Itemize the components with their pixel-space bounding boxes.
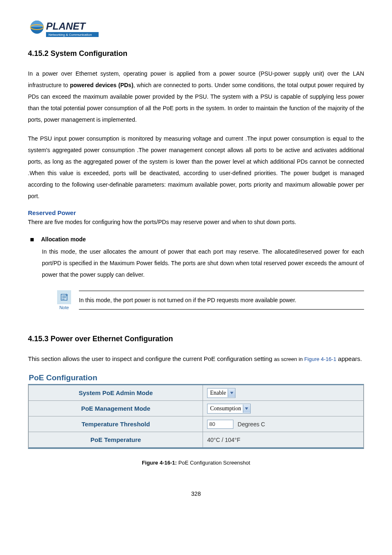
label-temp-threshold: Temperature Threshold <box>29 416 203 432</box>
note-icon: Note <box>54 290 74 310</box>
intro-small: as screen in <box>274 356 304 362</box>
heading-system-config: 4.15.2 System Configuration <box>28 49 364 58</box>
note-label: Note <box>54 305 74 310</box>
row-temp-threshold: Temperature Threshold 80 Degrees C <box>29 416 363 432</box>
figure-caption: Figure 4-16-1: PoE Configuration Screens… <box>28 460 364 466</box>
intro-b: appears. <box>338 355 362 362</box>
bullet-allocation: Allocation mode <box>28 236 364 243</box>
figure-link[interactable]: Figure 4-16-1 <box>304 356 336 362</box>
para-1: In a power over Ethernet system, operati… <box>28 68 364 125</box>
poe-config-table: System PoE Admin Mode Enable PoE Managem… <box>28 384 364 449</box>
chevron-down-icon <box>243 405 250 413</box>
intro-a: This section allows the user to inspect … <box>28 355 274 362</box>
label-poe-temp: PoE Temperature <box>29 432 203 447</box>
select-admin-mode-value: Enable <box>210 390 228 396</box>
bullet-icon <box>30 238 34 241</box>
reserved-line: There are five modes for configuring how… <box>28 219 364 225</box>
brand-logo: PLANET Networking & Communication <box>28 16 364 41</box>
select-mgmt-mode-value: Consumption <box>210 405 242 412</box>
para-2: The PSU input power consumption is monit… <box>28 133 364 202</box>
para1-bold: powered devices (PDs) <box>70 82 133 88</box>
bullet-body: In this mode, the user allocates the amo… <box>42 246 364 280</box>
subhead-reserved-power: Reserved Power <box>28 209 364 216</box>
select-mgmt-mode[interactable]: Consumption <box>207 404 250 414</box>
panel-title: PoE Configuration <box>28 373 364 382</box>
label-mgmt-mode: PoE Management Mode <box>29 401 203 416</box>
row-mgmt-mode: PoE Management Mode Consumption <box>29 400 363 416</box>
note-text: In this mode, the port power is not turn… <box>79 291 364 309</box>
bullet-title: Allocation mode <box>41 236 86 243</box>
heading-poe-config: 4.15.3 Power over Ethernet Configuration <box>28 335 364 343</box>
poe-intro: This section allows the user to inspect … <box>28 353 364 364</box>
note-block: Note In this mode, the port power is not… <box>54 290 364 310</box>
page-number: 328 <box>28 490 364 497</box>
row-poe-temp: PoE Temperature 40°C / 104°F <box>29 432 363 447</box>
input-temp-threshold[interactable]: 80 <box>207 420 233 429</box>
label-admin-mode: System PoE Admin Mode <box>29 385 203 400</box>
row-admin-mode: System PoE Admin Mode Enable <box>29 385 363 400</box>
svg-text:PLANET: PLANET <box>46 21 86 32</box>
select-admin-mode[interactable]: Enable <box>207 388 235 398</box>
chevron-down-icon <box>228 389 235 397</box>
svg-text:Networking & Communication: Networking & Communication <box>48 33 92 37</box>
unit-temp-threshold: Degrees C <box>238 421 265 428</box>
figure-caption-bold: Figure 4-16-1: <box>142 460 177 466</box>
figure-caption-rest: PoE Configuration Screenshot <box>177 460 250 466</box>
value-poe-temp: 40°C / 104°F <box>207 437 240 443</box>
